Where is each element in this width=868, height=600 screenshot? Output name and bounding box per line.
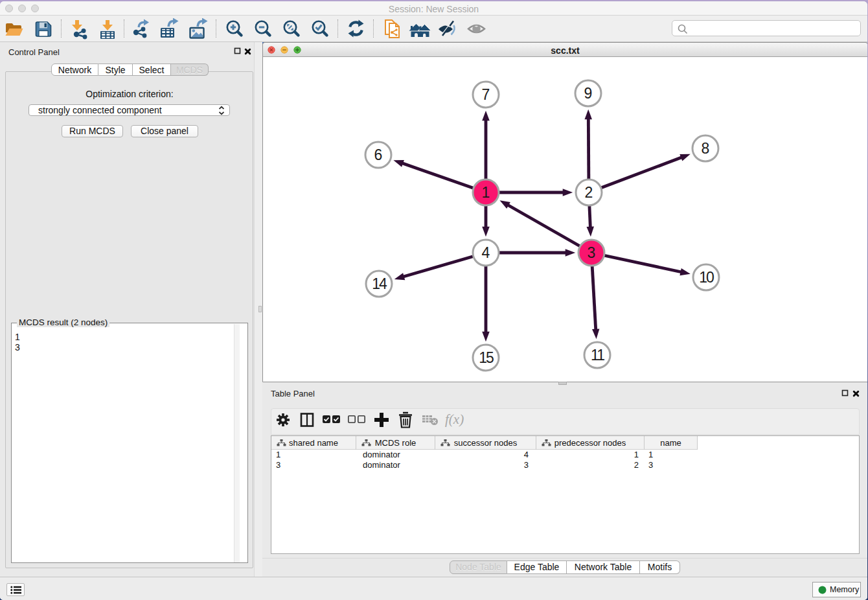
svg-text:9: 9: [584, 85, 593, 102]
svg-text:10: 10: [699, 269, 714, 286]
svg-text:11: 11: [591, 347, 604, 363]
svg-text:15: 15: [479, 349, 494, 366]
svg-text:1: 1: [482, 184, 490, 201]
svg-text:6: 6: [374, 146, 383, 163]
svg-text:7: 7: [482, 86, 490, 103]
svg-text:4: 4: [482, 244, 490, 261]
svg-text:2: 2: [585, 184, 593, 201]
svg-text:8: 8: [702, 140, 710, 157]
svg-text:14: 14: [372, 275, 387, 292]
svg-text:3: 3: [588, 244, 596, 261]
